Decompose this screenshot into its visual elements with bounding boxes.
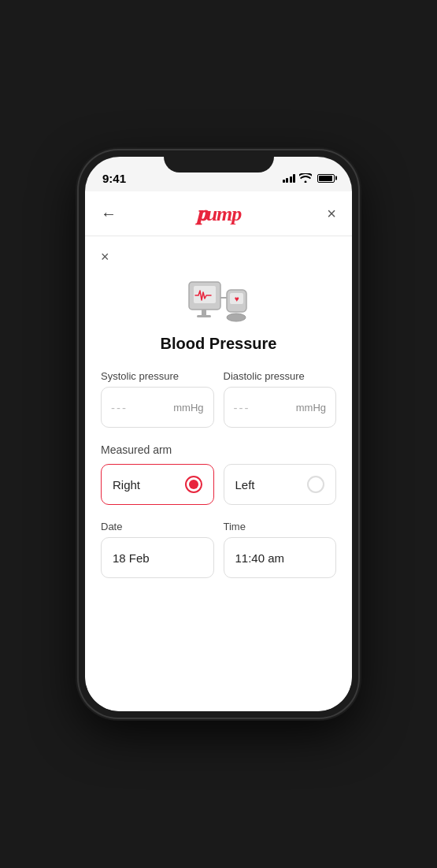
- date-input[interactable]: 18 Feb: [101, 537, 214, 578]
- phone-shell: 9:41 ← 𝐩: [79, 150, 358, 718]
- back-button[interactable]: ←: [101, 205, 124, 223]
- svg-text:♥: ♥: [235, 295, 239, 303]
- page-content: ×: [85, 236, 352, 618]
- diastolic-unit: mmHg: [296, 402, 326, 414]
- status-icons: [283, 173, 335, 183]
- systolic-label: Systolic pressure: [101, 370, 214, 382]
- app-logo: 𝐩ump: [196, 201, 242, 226]
- arm-option-right[interactable]: Right: [101, 464, 214, 505]
- datetime-row: Date 18 Feb Time 11:40 am: [101, 521, 336, 578]
- notch: [164, 150, 274, 172]
- svg-rect-2: [202, 310, 206, 316]
- page-title: Blood Pressure: [101, 335, 336, 353]
- diastolic-input[interactable]: --- mmHg: [224, 387, 337, 428]
- diastolic-group: Diastolic pressure --- mmHg: [224, 370, 337, 428]
- pressure-row: Systolic pressure --- mmHg Diastolic pre…: [101, 370, 336, 428]
- blood-pressure-monitor-icon: ♥: [187, 278, 250, 325]
- arm-row: Right Left: [101, 464, 336, 505]
- systolic-input[interactable]: --- mmHg: [101, 387, 214, 428]
- left-radio-button[interactable]: [307, 476, 324, 493]
- systolic-placeholder: ---: [111, 401, 128, 414]
- status-time: 9:41: [102, 172, 126, 185]
- date-label: Date: [101, 521, 214, 532]
- svg-rect-1: [194, 286, 216, 303]
- right-arm-label: Right: [113, 478, 140, 491]
- nav-close-button[interactable]: ×: [313, 205, 336, 223]
- time-group: Time 11:40 am: [224, 521, 337, 578]
- systolic-group: Systolic pressure --- mmHg: [101, 370, 214, 428]
- icon-area: ♥: [101, 278, 336, 325]
- svg-point-7: [227, 313, 246, 321]
- screen: 9:41 ← 𝐩: [85, 157, 352, 711]
- diastolic-label: Diastolic pressure: [224, 370, 337, 382]
- right-radio-button[interactable]: [185, 476, 202, 493]
- systolic-unit: mmHg: [173, 402, 203, 414]
- measured-arm-label: Measured arm: [101, 443, 336, 456]
- signal-bars-icon: [283, 173, 296, 183]
- time-value: 11:40 am: [235, 551, 285, 565]
- right-radio-inner: [189, 480, 198, 489]
- time-input[interactable]: 11:40 am: [224, 537, 337, 578]
- diastolic-placeholder: ---: [234, 401, 250, 414]
- wifi-icon: [299, 173, 312, 183]
- app-content: ← 𝐩ump × ×: [85, 191, 352, 711]
- date-group: Date 18 Feb: [101, 521, 214, 578]
- nav-bar: ← 𝐩ump ×: [85, 191, 352, 236]
- svg-rect-3: [197, 315, 211, 317]
- date-value: 18 Feb: [113, 551, 150, 565]
- dismiss-button[interactable]: ×: [101, 249, 336, 265]
- arm-option-left[interactable]: Left: [224, 464, 337, 505]
- time-label: Time: [224, 521, 337, 532]
- battery-icon: [317, 174, 335, 183]
- left-arm-label: Left: [235, 478, 255, 491]
